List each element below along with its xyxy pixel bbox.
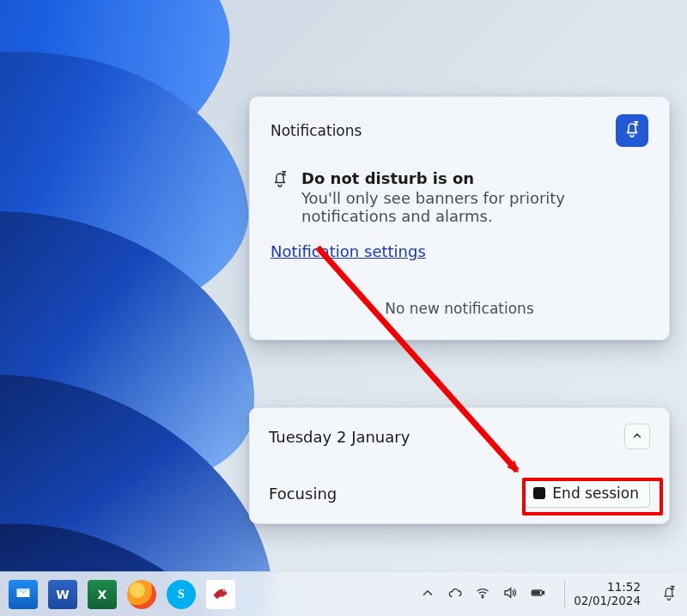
- calendar-date: Tuesday 2 January: [269, 428, 410, 446]
- tray-onedrive[interactable]: [447, 585, 463, 604]
- speaker-icon: [502, 585, 518, 604]
- calendar-focus-panel: Tuesday 2 January Focusing End session: [249, 407, 670, 524]
- svg-rect-5: [543, 591, 544, 594]
- svg-rect-6: [533, 591, 540, 594]
- taskbar-app-excel[interactable]: X: [88, 580, 117, 609]
- end-session-button[interactable]: End session: [522, 479, 650, 508]
- bell-snooze-icon: [660, 584, 678, 605]
- tray-volume[interactable]: [502, 585, 518, 604]
- tray-overflow-button[interactable]: [420, 585, 435, 604]
- clock-time: 11:52: [607, 580, 641, 594]
- tray-battery[interactable]: [530, 585, 545, 604]
- taskbar-app-skype[interactable]: S: [167, 580, 196, 609]
- do-not-disturb-toggle[interactable]: [616, 114, 648, 147]
- cloud-icon: [447, 585, 463, 604]
- word-icon: W: [56, 588, 69, 601]
- wifi-icon: [475, 585, 490, 604]
- skype-icon: S: [178, 588, 185, 601]
- taskbar-app-word[interactable]: W: [48, 580, 77, 609]
- notifications-title: Notifications: [271, 122, 362, 139]
- expand-calendar-button[interactable]: [624, 424, 650, 449]
- taskbar: W X S: [0, 571, 687, 616]
- irfanview-icon: [210, 582, 232, 607]
- chevron-up-icon: [631, 429, 643, 445]
- dnd-description: You'll only see banners for priority not…: [301, 189, 648, 225]
- end-session-label: End session: [552, 485, 639, 502]
- excel-icon: X: [98, 588, 107, 601]
- chevron-up-icon: [420, 585, 435, 604]
- taskbar-notifications-button[interactable]: [658, 583, 680, 606]
- battery-icon: [530, 585, 545, 604]
- taskbar-app-firefox[interactable]: [127, 580, 156, 609]
- taskbar-app-mail[interactable]: [9, 580, 38, 609]
- bell-snooze-icon: [623, 119, 641, 142]
- tray-wifi[interactable]: [475, 585, 490, 604]
- focus-status-label: Focusing: [269, 485, 337, 503]
- notifications-panel: Notifications Do not disturb is on You'l…: [249, 96, 670, 340]
- svg-point-3: [482, 596, 483, 598]
- svg-point-2: [223, 589, 225, 591]
- clock-date: 02/01/2024: [574, 594, 641, 607]
- mail-icon: [15, 584, 32, 604]
- no-notifications-text: No new notifications: [271, 300, 648, 317]
- taskbar-clock[interactable]: 11:52 02/01/2024: [557, 581, 646, 607]
- notification-settings-link[interactable]: Notification settings: [271, 242, 426, 260]
- system-tray: 11:52 02/01/2024: [420, 581, 680, 607]
- dnd-heading: Do not disturb is on: [301, 169, 474, 187]
- stop-icon: [533, 487, 545, 499]
- bell-snooze-outline-icon: [271, 169, 291, 192]
- taskbar-app-irfanview[interactable]: [206, 580, 235, 609]
